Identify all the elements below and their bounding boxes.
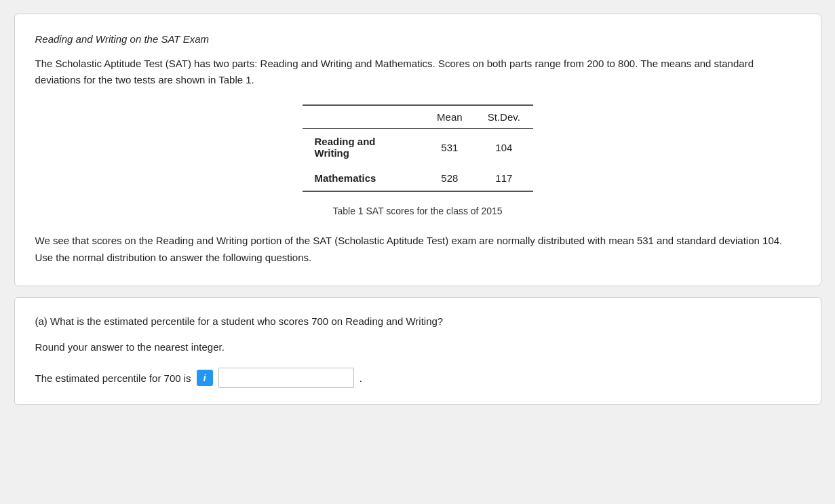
caption-text: SAT scores for the class of 2015 bbox=[364, 206, 503, 216]
row-label-math: Mathematics bbox=[303, 166, 425, 191]
round-note: Round your answer to the nearest integer… bbox=[35, 341, 800, 353]
table-header-stdev: St.Dev. bbox=[475, 105, 532, 129]
sat-table: Mean St.Dev. Reading and Writing 531 104… bbox=[303, 104, 533, 192]
table-row: Mathematics 528 117 bbox=[303, 166, 533, 191]
row-stdev-math: 117 bbox=[475, 166, 532, 191]
table-header-label bbox=[303, 105, 425, 129]
info-button[interactable]: i bbox=[197, 370, 213, 386]
top-card: Reading and Writing on the SAT Exam The … bbox=[14, 14, 821, 286]
card-title: Reading and Writing on the SAT Exam bbox=[35, 33, 800, 45]
section-body-text: We see that scores on the Reading and Wr… bbox=[35, 233, 800, 267]
question-card: (a) What is the estimated percentile for… bbox=[14, 297, 821, 406]
answer-label: The estimated percentile for 700 is bbox=[35, 372, 191, 384]
table-wrapper: Mean St.Dev. Reading and Writing 531 104… bbox=[35, 104, 800, 219]
table-caption: Table 1 SAT scores for the class of 2015 bbox=[332, 206, 502, 216]
answer-input[interactable] bbox=[218, 368, 354, 388]
table-header-mean: Mean bbox=[425, 105, 475, 129]
question-text: (a) What is the estimated percentile for… bbox=[35, 314, 800, 330]
row-stdev-rw: 104 bbox=[475, 129, 532, 166]
row-mean-rw: 531 bbox=[425, 129, 475, 166]
period: . bbox=[360, 372, 362, 384]
answer-row: The estimated percentile for 700 is i . bbox=[35, 368, 800, 388]
row-label-rw: Reading and Writing bbox=[303, 129, 425, 166]
caption-prefix: Table 1 bbox=[332, 206, 363, 216]
intro-text: The Scholastic Aptitude Test (SAT) has t… bbox=[35, 56, 800, 88]
table-row: Reading and Writing 531 104 bbox=[303, 129, 533, 166]
row-mean-math: 528 bbox=[425, 166, 475, 191]
